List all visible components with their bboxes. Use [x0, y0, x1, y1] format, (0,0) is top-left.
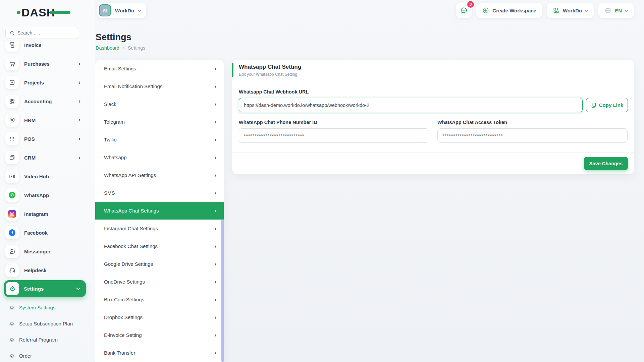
sidebar-item-projects[interactable]: Projects — [5, 74, 82, 90]
sidebar-item-label: Projects — [24, 80, 73, 85]
workdo-menu-label: WorkDo — [563, 8, 582, 13]
settings-nav-bank-transfer[interactable]: Bank Transfer — [95, 344, 224, 362]
chevron-right-icon — [214, 136, 216, 143]
crm-icon — [5, 151, 19, 164]
sidebar-item-pos[interactable]: POS — [5, 131, 82, 147]
settings-nav-google-drive-settings[interactable]: Google Drive Settings — [95, 255, 224, 273]
sidebar-item-whatsapp[interactable]: ✆ WhatsApp — [5, 187, 82, 203]
settings-nav-instagram-chat-settings[interactable]: Instagram Chat Settings — [95, 220, 224, 237]
settings-nav-email-settings[interactable]: Email Settings — [95, 60, 224, 77]
sidebar-item-facebook[interactable]: f Facebook — [5, 225, 82, 241]
sidebar-subitem-order[interactable]: Order — [10, 350, 87, 361]
plus-circle-icon — [482, 7, 489, 14]
settings-nav-whatsapp[interactable]: Whatsapp — [95, 148, 224, 166]
chevron-right-icon — [214, 154, 216, 161]
chevron-right-icon — [78, 117, 80, 123]
settings-nav-facebook-chat-settings[interactable]: Facebook Chat Settings — [95, 237, 224, 255]
sidebar-item-video-hub[interactable]: Video Hub — [5, 168, 82, 184]
svg-text:✆: ✆ — [10, 193, 14, 197]
language-selector[interactable]: EN — [598, 3, 634, 18]
sidebar-item-label: Purchases — [24, 61, 73, 67]
sidebar-item-purchases[interactable]: Purchases — [5, 56, 82, 72]
workspace-name: WorkDo — [115, 8, 134, 13]
video-hub-icon — [5, 170, 19, 183]
nav-item-label: WhatsApp API Settings — [104, 172, 214, 178]
workspace-switcher[interactable]: WorkDo — [97, 3, 146, 18]
topbar: WorkDo 0 Create Workspace WorkDo EN — [95, 0, 644, 23]
create-workspace-button[interactable]: Create Workspace — [476, 3, 542, 18]
logo-dot-decoration — [17, 11, 20, 14]
chevron-right-icon — [214, 172, 216, 179]
nav-item-label: OneDrive Settings — [104, 279, 214, 285]
sidebar-subitem-referral-program[interactable]: Referral Program — [10, 334, 87, 345]
nav-item-label: Box.Com Settings — [104, 297, 214, 302]
sidebar: Invoice Purchases Projects — [0, 0, 95, 362]
chevron-down-icon — [625, 8, 628, 12]
nav-item-label: Bank Transfer — [104, 350, 214, 356]
settings-nav-onedrive-settings[interactable]: OneDrive Settings — [95, 273, 224, 291]
breadcrumb-separator-icon — [123, 45, 124, 51]
logo-dash-decoration — [50, 11, 70, 14]
nav-item-label: Whatsapp — [104, 155, 214, 160]
settings-nav-whatsapp-chat-settings[interactable]: WhatsApp Chat Settings — [95, 202, 224, 220]
nav-item-label: Twilio — [104, 137, 214, 142]
settings-nav-dropbox-settings[interactable]: Dropbox Settings — [95, 308, 224, 326]
search-input[interactable] — [17, 30, 68, 36]
chevron-right-icon — [78, 60, 80, 67]
sidebar-subitem-setup-subscription-plan[interactable]: Setup Subscription Plan — [10, 318, 87, 329]
settings-nav-email-notification-settings[interactable]: Email Notification Settings — [95, 77, 224, 95]
facebook-icon: f — [5, 226, 19, 239]
sidebar-item-settings[interactable]: ⚙ Settings — [4, 280, 86, 297]
chat-notifications-button[interactable]: 0 — [456, 3, 472, 18]
nav-item-label: Email Settings — [104, 66, 214, 71]
sidebar-item-label: Instagram — [24, 211, 73, 217]
purchases-icon — [5, 57, 19, 70]
sidebar-item-crm[interactable]: CRM — [5, 149, 82, 166]
chevron-right-icon — [78, 154, 80, 161]
phone-number-id-input[interactable] — [239, 128, 429, 143]
sidebar-item-instagram[interactable]: Instagram — [5, 206, 82, 222]
bullet-icon — [10, 338, 14, 342]
settings-nav-slack[interactable]: Slack — [95, 95, 224, 113]
chevron-right-icon — [214, 279, 216, 285]
nav-item-label: E-invoice Setting — [104, 332, 214, 338]
copy-link-button[interactable]: Copy Link — [586, 98, 628, 112]
whatsapp-icon: ✆ — [5, 188, 19, 202]
settings-nav-card: Email Settings Email Notification Settin… — [95, 60, 224, 362]
chevron-right-icon — [214, 332, 216, 339]
bullet-icon — [10, 354, 14, 358]
language-label: EN — [615, 8, 622, 13]
save-changes-button[interactable]: Save Changes — [584, 157, 628, 170]
chevron-right-icon — [214, 65, 216, 72]
webhook-url-input[interactable] — [239, 98, 583, 112]
chevron-right-icon — [214, 119, 216, 125]
access-token-input[interactable] — [437, 128, 628, 143]
chevron-down-icon — [76, 286, 80, 290]
breadcrumb-dashboard-link[interactable]: Dashboard — [96, 45, 119, 51]
app-logo[interactable]: DASH — [21, 6, 55, 19]
panel-accent-bar — [232, 63, 233, 77]
settings-nav-boxcom-settings[interactable]: Box.Com Settings — [95, 291, 224, 308]
nav-scrollbar-thumb[interactable] — [221, 220, 224, 362]
chevron-right-icon — [214, 83, 216, 90]
pos-icon — [5, 132, 19, 145]
sidebar-item-label: CRM — [24, 155, 73, 161]
settings-nav-whatsapp-api-settings[interactable]: WhatsApp API Settings — [95, 166, 224, 184]
workdo-apps-menu[interactable]: WorkDo — [547, 3, 594, 18]
sidebar-item-hrm[interactable]: HRM — [5, 112, 82, 128]
sidebar-item-messenger[interactable]: Messenger — [5, 243, 82, 259]
sidebar-item-label: Facebook — [24, 230, 73, 236]
nav-item-label: Instagram Chat Settings — [104, 226, 214, 231]
chevron-right-icon — [78, 79, 80, 86]
sidebar-item-label: WhatsApp — [24, 192, 73, 198]
sidebar-subitem-system-settings[interactable]: System Settings — [10, 302, 87, 313]
settings-nav-sms[interactable]: SMS — [95, 184, 224, 202]
settings-nav-twilio[interactable]: Twilio — [95, 131, 224, 148]
nav-item-label: SMS — [104, 190, 214, 196]
settings-nav-e-invoice-setting[interactable]: E-invoice Setting — [95, 326, 224, 344]
sidebar-item-accounting[interactable]: Accounting — [5, 93, 82, 109]
search-box[interactable] — [5, 27, 79, 39]
sidebar-item-helpdesk[interactable]: Helpdesk — [5, 262, 82, 278]
settings-nav-telegram[interactable]: Telegram — [95, 113, 224, 131]
webhook-url-label: Whatsapp Chat Webhook URL — [239, 89, 628, 95]
